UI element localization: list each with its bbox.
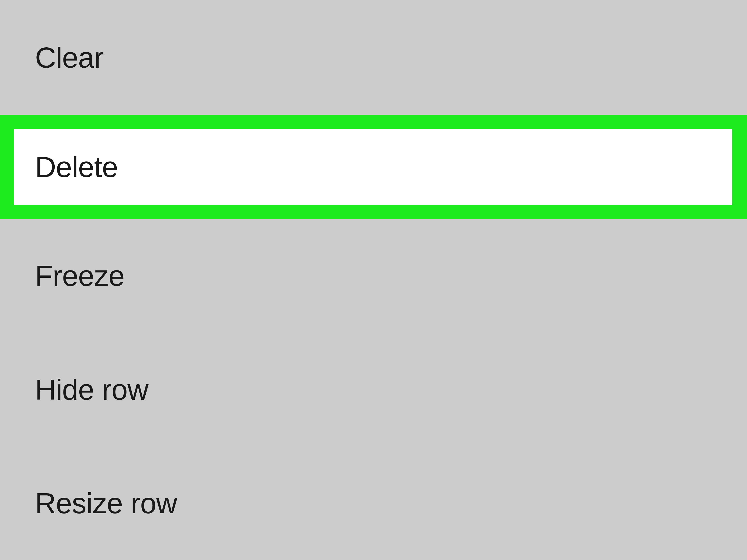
- menu-item-label: Delete: [35, 150, 118, 184]
- menu-item-resize-row[interactable]: Resize row: [0, 446, 747, 560]
- menu-item-freeze[interactable]: Freeze: [0, 219, 747, 332]
- menu-item-label: Clear: [35, 41, 104, 74]
- menu-item-label: Resize row: [35, 486, 177, 520]
- context-menu: Clear Delete Freeze Hide row Resize row: [0, 0, 747, 560]
- menu-item-clear[interactable]: Clear: [0, 0, 747, 115]
- menu-item-label: Freeze: [35, 259, 124, 292]
- menu-item-delete-inner: Delete: [14, 129, 732, 205]
- menu-item-hide-row[interactable]: Hide row: [0, 332, 747, 446]
- menu-item-delete[interactable]: Delete: [0, 115, 747, 219]
- menu-item-label: Hide row: [35, 373, 148, 406]
